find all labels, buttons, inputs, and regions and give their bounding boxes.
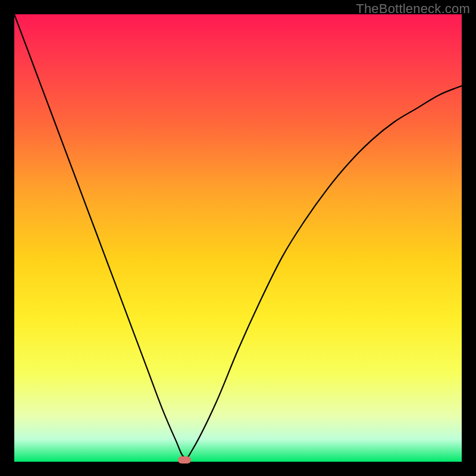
optimum-marker [178, 456, 191, 464]
chart-plot-area [14, 14, 462, 462]
curve-path [14, 14, 462, 458]
watermark-text: TheBottleneck.com [356, 1, 470, 17]
bottleneck-curve [14, 14, 462, 462]
